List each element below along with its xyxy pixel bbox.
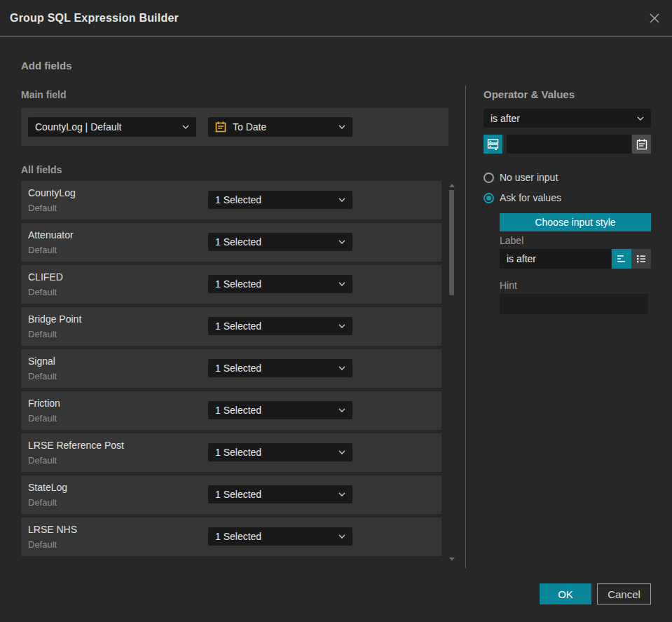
field-values-dropdown[interactable]: 1 Selected [208, 317, 352, 335]
field-values-dropdown-value: 1 Selected [215, 194, 261, 205]
field-row: Friction Default 1 Selected [21, 391, 441, 430]
date-picker-button[interactable] [632, 135, 651, 154]
chevron-down-icon [338, 198, 345, 202]
all-fields-label: All fields [21, 164, 62, 175]
field-values-dropdown[interactable]: 1 Selected [208, 485, 352, 503]
chevron-down-icon [338, 408, 345, 412]
field-subtitle: Default [28, 329, 57, 339]
single-line-style-button[interactable] [612, 249, 631, 269]
field-values-dropdown[interactable]: 1 Selected [208, 191, 352, 209]
chevron-down-icon [338, 450, 345, 454]
list-style-button[interactable] [631, 249, 651, 269]
panel-divider [465, 86, 466, 568]
field-name: StateLog [28, 482, 67, 493]
field-values-dropdown[interactable]: 1 Selected [208, 401, 352, 419]
field-values-dropdown-value: 1 Selected [215, 447, 261, 458]
field-subtitle: Default [28, 203, 57, 213]
field-subtitle: Default [28, 539, 57, 550]
chevron-down-icon [338, 125, 345, 129]
field-name: Signal [28, 356, 55, 367]
chevron-down-icon [338, 366, 345, 370]
scroll-up-icon[interactable] [449, 184, 455, 187]
calendar-icon [215, 121, 226, 133]
stack-values-icon [487, 138, 499, 150]
chevron-down-icon [182, 125, 189, 129]
chevron-down-icon [338, 324, 345, 328]
list-bullets-icon [636, 254, 647, 264]
list-scrollbar[interactable] [448, 181, 455, 564]
chevron-down-icon [338, 492, 345, 496]
field-values-dropdown-value: 1 Selected [215, 531, 261, 542]
hint-caption: Hint [500, 280, 517, 291]
add-fields-heading: Add fields [21, 60, 72, 72]
radio-circle[interactable] [484, 173, 494, 183]
choose-input-style-button[interactable]: Choose input style [500, 213, 651, 231]
group-sql-expression-builder-dialog: Group SQL Expression Builder Add fields … [0, 0, 672, 622]
operator-dropdown-value: is after [491, 113, 520, 124]
field-name: Attenuator [28, 229, 74, 241]
radio-no-user-input[interactable]: No user input [484, 172, 558, 183]
field-values-dropdown[interactable]: 1 Selected [208, 527, 352, 546]
hint-input[interactable] [500, 294, 648, 314]
field-name: CLIFED [28, 271, 63, 283]
field-values-dropdown-value: 1 Selected [215, 405, 261, 416]
field-name: Friction [28, 398, 60, 409]
field-name: LRSE Reference Post [28, 440, 124, 451]
scrollbar-thumb[interactable] [449, 190, 454, 295]
main-field-label: Main field [21, 89, 67, 100]
field-subtitle: Default [28, 455, 57, 466]
radio-ask-for-values[interactable]: Ask for values [484, 192, 561, 203]
close-button[interactable] [647, 11, 662, 26]
field-values-dropdown[interactable]: 1 Selected [208, 275, 352, 293]
chevron-down-icon [637, 116, 644, 121]
label-input[interactable] [500, 249, 611, 269]
scroll-down-icon[interactable] [449, 557, 455, 561]
main-field-panel: CountyLog | Default To Date [21, 108, 448, 146]
chevron-down-icon [338, 282, 345, 286]
field-row: CountyLog Default 1 Selected [21, 181, 441, 219]
field-row: Attenuator Default 1 Selected [21, 223, 441, 262]
chevron-down-icon [338, 534, 345, 539]
field-subtitle: Default [28, 287, 57, 297]
field-name: LRSE NHS [28, 524, 77, 535]
field-row: Signal Default 1 Selected [21, 349, 441, 388]
chevron-down-icon [338, 240, 345, 244]
field-values-dropdown-value: 1 Selected [215, 236, 261, 248]
dialog-title: Group SQL Expression Builder [10, 12, 179, 25]
field-values-dropdown-value: 1 Selected [215, 489, 261, 500]
field-row: LRSE Reference Post Default 1 Selected [21, 433, 441, 472]
field-subtitle: Default [28, 413, 57, 424]
field-values-dropdown[interactable]: 1 Selected [208, 233, 352, 251]
field-name: CountyLog [28, 187, 76, 198]
main-field-dropdown-value: CountyLog | Default [35, 121, 122, 133]
close-icon [648, 12, 661, 25]
field-type-dropdown[interactable]: To Date [208, 117, 352, 137]
radio-circle-selected[interactable] [484, 193, 494, 203]
align-left-icon [616, 254, 627, 264]
main-field-dropdown[interactable]: CountyLog | Default [28, 117, 196, 137]
field-name: Bridge Point [28, 313, 81, 325]
field-values-dropdown-value: 1 Selected [215, 278, 261, 290]
cancel-button[interactable]: Cancel [597, 583, 651, 604]
ok-button[interactable]: OK [540, 583, 591, 604]
field-row: CLIFED Default 1 Selected [21, 265, 441, 304]
field-row: LRSE NHS Default 1 Selected [21, 518, 441, 556]
dialog-titlebar: Group SQL Expression Builder [0, 0, 672, 36]
field-subtitle: Default [28, 245, 57, 255]
label-caption: Label [500, 235, 523, 246]
operator-values-heading: Operator & Values [484, 88, 575, 100]
radio-ask-for-values-label: Ask for values [500, 192, 561, 203]
field-type-dropdown-value: To Date [233, 121, 266, 133]
field-subtitle: Default [28, 497, 57, 508]
radio-no-user-input-label: No user input [500, 172, 558, 183]
calendar-picker-icon [636, 139, 647, 150]
field-row: StateLog Default 1 Selected [21, 475, 441, 514]
field-values-dropdown[interactable]: 1 Selected [208, 443, 352, 461]
stack-values-button[interactable] [484, 135, 502, 154]
field-subtitle: Default [28, 371, 57, 381]
operator-dropdown[interactable]: is after [484, 109, 651, 128]
date-value-input[interactable] [507, 135, 631, 154]
field-values-dropdown-value: 1 Selected [215, 363, 261, 374]
all-fields-list: CountyLog Default 1 Selected Attenuator … [21, 181, 441, 560]
field-values-dropdown[interactable]: 1 Selected [208, 359, 352, 377]
